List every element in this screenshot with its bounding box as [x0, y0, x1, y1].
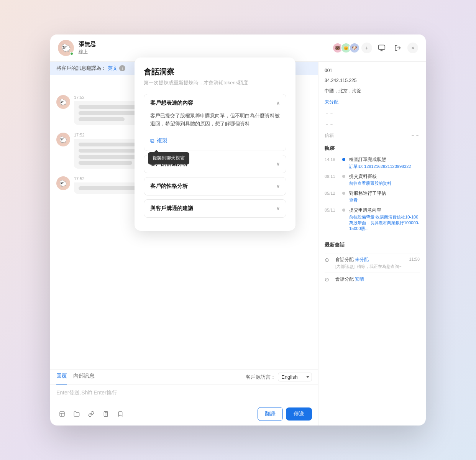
- copy-icon: ⧉: [150, 136, 154, 145]
- track-main: 對服務進行了評估: [349, 190, 420, 197]
- accordion-title-4: 與客戶溝通的建議: [150, 205, 193, 212]
- info-dash-2: －－: [325, 121, 334, 128]
- user-circle-icon-2: ⊙: [325, 276, 332, 284]
- info-row-email: 信箱 －－: [325, 132, 420, 139]
- track-item: 14:18 檢查訂單完成狀態 訂單ID: 1281216282112099832…: [325, 156, 420, 169]
- track-main: 檢查訂單完成狀態: [349, 156, 420, 163]
- lang-label: 客戶源語言：: [246, 374, 276, 381]
- track-sub[interactable]: 前往查看股票股的資料: [349, 181, 420, 186]
- tab-internal[interactable]: 內部訊息: [73, 373, 95, 384]
- info-id: 001: [325, 68, 332, 73]
- chevron-down-icon-3: ∨: [276, 184, 280, 189]
- accordion-item-1: 客戶想表達的內容 ∧ 客戶已提交了股權眾籌申購意向單，但不明白為什麼資料被退回，…: [144, 94, 286, 151]
- accordion-header-3[interactable]: 客戶的性格分析 ∨: [144, 177, 286, 195]
- track-sub[interactable]: 查看: [349, 197, 420, 203]
- track-dot-gray: [342, 175, 345, 178]
- info-row-dash1: －－: [325, 110, 420, 117]
- msg-line: [79, 161, 132, 165]
- chevron-up-icon: ∧: [276, 100, 280, 106]
- info-icon[interactable]: i: [119, 65, 125, 71]
- exit-button[interactable]: [391, 41, 404, 54]
- conversation-section-title: 最新會話: [325, 242, 420, 248]
- conversation-item: ⊙ 會話分配 安晴: [325, 273, 420, 287]
- chat-window: 🐑 張無忌 線上 🐻 🐱 🐶 +: [50, 34, 426, 426]
- send-button[interactable]: 傳送: [286, 407, 312, 421]
- translate-button[interactable]: 翻譯: [258, 407, 283, 421]
- format-icon[interactable]: [56, 408, 68, 420]
- add-participant-button[interactable]: +: [361, 43, 372, 53]
- conv-assign-prefix-2: 會話分配: [335, 276, 355, 282]
- accordion-item-3: 客戶的性格分析 ∨: [144, 177, 286, 196]
- participant-avatars: 🐻 🐱 🐶 +: [332, 43, 372, 53]
- accordion-header-4[interactable]: 與客戶溝通的建議 ∨: [144, 200, 286, 217]
- info-location: 中國，北京，海淀: [325, 88, 361, 94]
- insights-overlay: 會話洞察 第一次提煉或重新提煉時，才會消耗tokens額度 客戶想表達的內容 ∧…: [135, 58, 295, 231]
- track-main: 提交申購意向單: [349, 207, 420, 214]
- user-name: 張無忌: [79, 41, 332, 48]
- track-list: 14:18 檢查訂單完成狀態 訂單ID: 1281216282112099832…: [325, 156, 420, 235]
- track-body: 對服務進行了評估 查看: [349, 190, 420, 203]
- participant-avatar-3: 🐶: [349, 43, 360, 53]
- conversation-list: ⊙ 會話分配 未分配 [內部訊息]: 稍等，我正在為您查詢~ 11:58 ⊙: [325, 253, 420, 287]
- folder-icon[interactable]: [71, 408, 82, 420]
- track-time: 14:18: [325, 157, 338, 162]
- track-section-title: 軌跡: [325, 145, 420, 152]
- conversation-item: ⊙ 會話分配 未分配 [內部訊息]: 稍等，我正在為您查詢~ 11:58: [325, 253, 420, 273]
- accordion-title-1: 客戶想表達的內容: [150, 100, 193, 107]
- info-row-ip: 34.242.115.225: [325, 78, 420, 83]
- track-sub[interactable]: 訂單ID: 12812162821120998322: [349, 164, 420, 169]
- conv-assign-value-2[interactable]: 安晴: [355, 276, 364, 282]
- track-item: 05/11 提交申購意向單 前往設備帶量·收購商清費信社10-100萬股帶面，長…: [325, 207, 420, 232]
- language-select[interactable]: English Chinese Japanese: [278, 373, 312, 381]
- chevron-down-icon-4: ∨: [276, 206, 280, 211]
- message-avatar: 🐑: [56, 95, 70, 109]
- tab-reply[interactable]: 回覆: [56, 373, 67, 384]
- link-icon[interactable]: [85, 408, 97, 420]
- conv-assign-value[interactable]: 未分配: [355, 257, 369, 262]
- info-row-dash2: －－: [325, 121, 420, 128]
- translation-lang-link[interactable]: 英文: [108, 65, 118, 72]
- message-avatar: 🐑: [56, 176, 70, 190]
- track-item: 09:11 提交資料審核 前往查看股票股的資料: [325, 173, 420, 186]
- conv-body: 會話分配 未分配 [內部訊息]: 稍等，我正在為您查詢~: [335, 256, 406, 269]
- accordion-title-3: 客戶的性格分析: [150, 183, 188, 190]
- conv-sub: [內部訊息]: 稍等，我正在為您查詢~: [335, 264, 406, 269]
- bookmark-icon[interactable]: [115, 408, 126, 420]
- track-sub[interactable]: 前往設備帶量·收購商清費信社10-100萬股帶面，長興農村商業銀行100000-…: [349, 214, 420, 232]
- lang-selector: 客戶源語言： English Chinese Japanese: [246, 373, 312, 384]
- user-status: 線上: [79, 49, 332, 55]
- conv-body: 會話分配 安晴: [335, 276, 420, 283]
- accordion-item-4: 與客戶溝通的建議 ∨: [144, 199, 286, 218]
- clipboard-icon[interactable]: [100, 408, 112, 420]
- info-assign: 未分配: [325, 99, 338, 105]
- track-body: 檢查訂單完成狀態 訂單ID: 12812162821120998322: [349, 156, 420, 169]
- close-icon: ×: [411, 45, 414, 51]
- info-email-value: －－: [410, 132, 420, 139]
- message-input-placeholder[interactable]: Enter發送.Shift Enter換行: [50, 385, 318, 404]
- user-info: 張無忌 線上: [79, 41, 332, 55]
- msg-line: [79, 117, 125, 121]
- online-status-indicator: [70, 52, 74, 56]
- track-time: 05/12: [325, 191, 338, 196]
- input-toolbar: 翻譯 傳送: [50, 404, 318, 426]
- track-body: 提交資料審核 前往查看股票股的資料: [349, 173, 420, 186]
- track-dot-gray: [342, 192, 345, 195]
- ai-button[interactable]: [375, 41, 388, 54]
- user-circle-icon: ⊙: [325, 257, 332, 264]
- track-time: 09:11: [325, 174, 338, 179]
- conv-time: 11:58: [409, 257, 420, 261]
- copy-button[interactable]: 複製: [157, 136, 167, 145]
- track-dot-gray: [342, 209, 345, 212]
- conv-title: 會話分配 未分配: [335, 256, 406, 263]
- info-row-location: 中國，北京，海淀: [325, 88, 420, 94]
- track-item: 05/12 對服務進行了評估 查看: [325, 190, 420, 203]
- info-row-assign: 未分配: [325, 99, 420, 105]
- user-avatar: 🐑: [58, 40, 74, 56]
- track-body: 提交申購意向單 前往設備帶量·收購商清費信社10-100萬股帶面，長興農村商業銀…: [349, 207, 420, 232]
- overlay-title: 會話洞察: [144, 67, 286, 77]
- close-button[interactable]: ×: [407, 43, 418, 53]
- info-ip: 34.242.115.225: [325, 78, 356, 83]
- info-dash-1: －－: [325, 110, 334, 117]
- accordion-header-1[interactable]: 客戶想表達的內容 ∧: [144, 94, 286, 112]
- track-time: 05/11: [325, 208, 338, 212]
